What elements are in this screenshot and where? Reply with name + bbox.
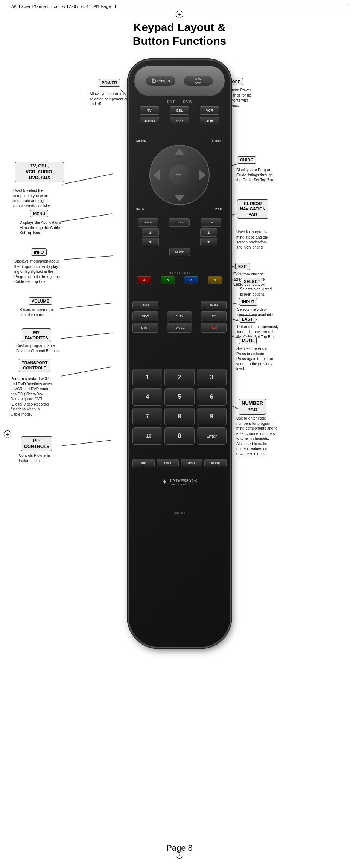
- sel-button[interactable]: SEL: [169, 165, 190, 185]
- guide-label: GUIDE: [237, 156, 256, 164]
- dvr-label: DVR: [183, 100, 192, 103]
- nav-left-arrow[interactable]: [153, 169, 160, 181]
- brand-sub: remote control: [170, 483, 197, 486]
- vol-down-button[interactable]: ▼: [142, 238, 159, 246]
- num7-button[interactable]: 7: [132, 408, 162, 425]
- svg-line-2: [62, 174, 113, 184]
- nav-section: MENU GUIDE SEL INFO EXIT: [134, 139, 225, 211]
- volume-label: VOLUME: [29, 297, 52, 305]
- remote-control: ⏻ POWER SYSOFF SAT DVR TV CBL VCR AUDIO …: [119, 60, 240, 655]
- transport-controls-desc: Perform standard VCRand DVD functions wh…: [11, 376, 73, 417]
- remote-body: ⏻ POWER SYSOFF SAT DVR TV CBL VCR AUDIO …: [129, 60, 230, 647]
- num4-button[interactable]: 4: [132, 388, 162, 406]
- mute-desc: Silences the Audio.Press to activate.Pre…: [236, 346, 297, 372]
- input-button[interactable]: INPUT: [138, 218, 158, 227]
- num0-button[interactable]: 0: [164, 427, 194, 445]
- ch-down-button[interactable]: ▼: [200, 238, 217, 246]
- fav-d-button[interactable]: D: [208, 276, 222, 284]
- num1-button[interactable]: 1: [132, 369, 162, 386]
- info-btn-label[interactable]: INFO: [136, 207, 145, 211]
- vol-ch-arrows: ▲ ▼ ▲ ▼: [132, 228, 227, 246]
- num8-button[interactable]: 8: [164, 408, 194, 425]
- pip-section: PIP SWAP MOVE FREZE: [132, 459, 227, 467]
- svg-line-14: [61, 367, 111, 376]
- audio-button[interactable]: AUDIO: [140, 117, 159, 125]
- page-header: AV-EXpertManual.qxd 7/12/07 6:41 PM Page…: [11, 3, 348, 10]
- menu-btn-label[interactable]: MENU: [136, 139, 146, 143]
- reg-mark-bottom: [176, 851, 183, 859]
- swap-button[interactable]: SWAP: [157, 459, 179, 467]
- comp-btn-row2: AUDIO DVD AUX: [134, 117, 225, 125]
- info-exit-row: INFO EXIT: [134, 207, 225, 211]
- nav-down-arrow[interactable]: [174, 195, 185, 201]
- num6-button[interactable]: 6: [197, 388, 227, 406]
- svg-line-16: [62, 440, 111, 446]
- input-last-row: INPUT LAST CH: [132, 218, 227, 227]
- freeze-button[interactable]: FREZE: [204, 459, 227, 467]
- transport-controls-label: TRANSPORTCONTROLS: [19, 359, 50, 372]
- main-title: Keypad Layout & Button Functions: [0, 21, 359, 48]
- skip-fwd-button[interactable]: SKIP+: [201, 301, 227, 309]
- my-favorites-section: My Favorites A B C D: [132, 271, 227, 284]
- nav-up-arrow[interactable]: [174, 149, 185, 155]
- vol-col: ▲ ▼: [142, 228, 159, 246]
- ch-button[interactable]: CH: [201, 218, 221, 227]
- favorites-label: My Favorites: [132, 271, 227, 274]
- stop-row: STOP PAUSE REC: [132, 323, 227, 333]
- cursor-nav-label: CURSORNAVIGATIONPAD: [237, 199, 268, 219]
- vcr-button[interactable]: VCR: [200, 106, 219, 115]
- mute-button[interactable]: MUTE: [169, 248, 190, 256]
- last-label: LAST: [239, 315, 256, 323]
- logo-symbol: ✦: [162, 478, 167, 486]
- num3-button[interactable]: 3: [197, 369, 227, 386]
- play-button[interactable]: PLAY: [167, 311, 192, 321]
- dvd-button[interactable]: DVD: [170, 117, 189, 125]
- rew-button[interactable]: REW: [132, 311, 158, 321]
- numpad-section: 1 2 3 4 5 6 7 8 9 +10 0 Enter: [132, 369, 227, 445]
- fav-a-button[interactable]: A: [137, 276, 151, 284]
- svg-line-12: [61, 333, 112, 339]
- input-label: INPUT: [239, 298, 257, 306]
- transport-section: -SKIP SKIP+ REW PLAY FF STOP PAUSE REC: [132, 301, 227, 334]
- fav-c-button[interactable]: C: [184, 276, 198, 284]
- system-off-button[interactable]: SYSOFF: [183, 76, 213, 86]
- top-ring: ⏻ POWER SYSOFF: [134, 66, 225, 96]
- reg-mark-left: [4, 430, 11, 438]
- volume-desc: Raises or lowers thesound volume.: [20, 307, 75, 317]
- vol-up-button[interactable]: ▲: [142, 228, 159, 237]
- num5-button[interactable]: 5: [164, 388, 194, 406]
- last-button[interactable]: LAST: [169, 218, 190, 227]
- fav-b-button[interactable]: B: [161, 276, 175, 284]
- favorites-buttons: A B C D: [132, 276, 227, 284]
- plus10-button[interactable]: +10: [132, 427, 162, 445]
- num2-button[interactable]: 2: [164, 369, 194, 386]
- ff-button[interactable]: FF: [201, 311, 227, 321]
- tv-button[interactable]: TV: [140, 106, 159, 115]
- skip-back-button[interactable]: -SKIP: [132, 301, 158, 309]
- pip-button[interactable]: PIP: [132, 459, 155, 467]
- rec-button[interactable]: REC: [201, 323, 227, 333]
- menu-guide-row: MENU GUIDE: [134, 139, 225, 143]
- nav-pad[interactable]: SEL: [149, 145, 210, 205]
- nav-right-arrow[interactable]: [199, 169, 206, 181]
- num9-button[interactable]: 9: [197, 408, 227, 425]
- title-line2: Button Functions: [133, 35, 226, 47]
- move-button[interactable]: MOVE: [181, 459, 203, 467]
- guide-btn-label[interactable]: GUIDE: [212, 139, 223, 143]
- pause-button[interactable]: PAUSE: [167, 323, 192, 333]
- brand-name: UNIVERSAL®: [170, 478, 197, 483]
- stop-button[interactable]: STOP: [132, 323, 158, 333]
- info-desc: Displays information aboutthe program cu…: [14, 259, 73, 284]
- enter-button[interactable]: Enter: [197, 427, 227, 445]
- mute-row: MUTE: [132, 248, 227, 256]
- my-favorites-label: MYFAVORITES: [22, 328, 51, 342]
- exit-btn-label[interactable]: EXIT: [215, 207, 223, 211]
- tv-cbl-label: TV, CBL,VCR, AUDIO,DVD, AUX: [15, 162, 64, 182]
- power-button[interactable]: ⏻ POWER: [146, 76, 176, 86]
- title-line1: Keypad Layout &: [133, 21, 225, 33]
- numpad-grid: 1 2 3 4 5 6 7 8 9: [132, 369, 227, 425]
- ch-up-button[interactable]: ▲: [200, 228, 217, 237]
- aux-button[interactable]: AUX: [200, 117, 219, 125]
- cbl-button[interactable]: CBL: [170, 106, 189, 115]
- ch-col: ▲ ▼: [200, 228, 217, 246]
